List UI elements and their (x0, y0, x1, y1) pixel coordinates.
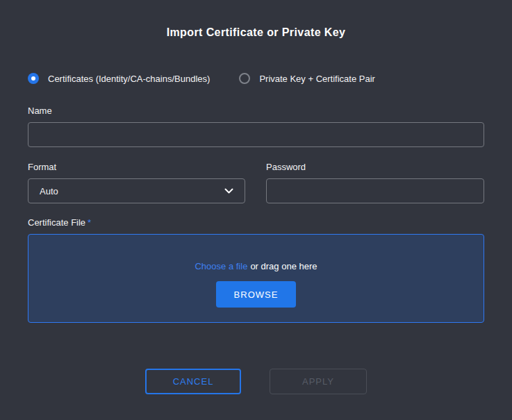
name-label: Name (28, 106, 484, 116)
cancel-button[interactable]: CANCEL (145, 369, 241, 394)
choose-file-link[interactable]: Choose a file (195, 261, 247, 271)
drag-here-text: or drag one here (250, 261, 317, 271)
radio-option-certificates[interactable]: Certificates (Identity/CA-chains/Bundles… (28, 73, 210, 84)
radio-option-private-key[interactable]: Private Key + Certificate Pair (239, 73, 375, 84)
radio-private-key-label: Private Key + Certificate Pair (259, 74, 375, 84)
dialog-footer: CANCEL APPLY (28, 369, 484, 394)
password-field-group: Password (266, 162, 484, 203)
radio-selected-icon[interactable] (28, 73, 39, 84)
radio-unselected-icon[interactable] (239, 73, 250, 84)
apply-button[interactable]: APPLY (270, 369, 367, 394)
chevron-down-icon (224, 188, 233, 194)
format-password-row: Format Auto Password (28, 162, 484, 203)
browse-button[interactable]: BROWSE (216, 281, 297, 308)
format-selected-value: Auto (40, 186, 58, 196)
password-input[interactable] (266, 178, 484, 203)
name-input[interactable] (28, 122, 484, 147)
certificate-file-field-group: Certificate File* Choose a fileor drag o… (28, 217, 484, 323)
format-label: Format (28, 162, 245, 172)
radio-certificates-label: Certificates (Identity/CA-chains/Bundles… (48, 74, 210, 84)
certificate-file-label: Certificate File* (28, 217, 484, 228)
format-field-group: Format Auto (28, 162, 245, 203)
certificate-file-dropzone[interactable]: Choose a fileor drag one here BROWSE (28, 234, 484, 323)
password-label: Password (266, 162, 484, 172)
dropzone-text: Choose a fileor drag one here (195, 261, 317, 271)
import-type-radio-group: Certificates (Identity/CA-chains/Bundles… (28, 73, 484, 84)
certificate-file-label-text: Certificate File (28, 217, 85, 228)
radio-dot (31, 76, 35, 81)
format-select[interactable]: Auto (28, 178, 245, 203)
required-asterisk: * (88, 217, 91, 228)
dialog-title: Import Certificate or Private Key (28, 26, 484, 39)
name-field-group: Name (28, 106, 484, 147)
import-certificate-dialog: Import Certificate or Private Key Certif… (0, 26, 512, 420)
